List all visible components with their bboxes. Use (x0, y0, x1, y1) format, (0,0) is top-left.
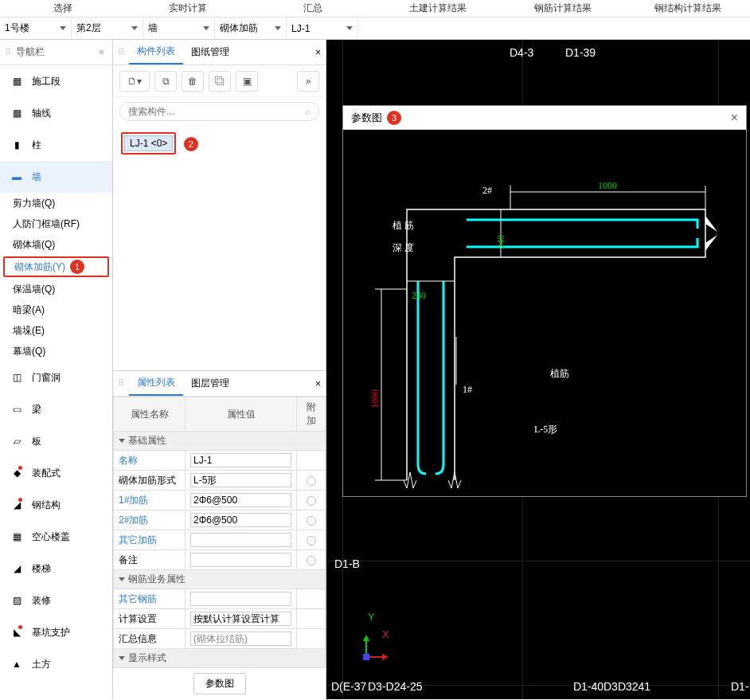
param-diagram-popup: 参数图 3 × 1000 2# 240 植 筋 深 (342, 105, 747, 497)
nav-item-1[interactable]: ▦轴线 (0, 97, 112, 129)
prop-section[interactable]: 钢筋业务属性 (114, 570, 326, 589)
filter-building[interactable]: 1号楼 (0, 18, 72, 39)
mid-panel: ⠿ 构件列表 图纸管理 × 🗋▾ ⧉ 🗑 ⿻ ▣ » ⌕ LJ-1 <0> 2 (113, 40, 326, 699)
filter-subcategory[interactable]: 砌体加筋 (215, 18, 287, 39)
nav-item-5[interactable]: ▭梁 (0, 393, 112, 425)
collapse-icon (119, 656, 125, 660)
nav-label: 梁 (32, 403, 41, 416)
prop-name[interactable]: 名称 (114, 451, 186, 471)
close-icon[interactable]: × (731, 111, 738, 125)
tab-layer-mgmt[interactable]: 图层管理 (183, 371, 237, 396)
nav-sub-label: 暗梁(A) (13, 303, 45, 317)
nav-icon: ▦ (8, 104, 25, 122)
grip-icon[interactable]: ⠿ (118, 378, 126, 389)
prop-value-input[interactable] (190, 533, 291, 547)
nav-item-13[interactable]: ▲土方 (0, 648, 112, 680)
top-tab[interactable]: 钢筋计算结果 (500, 0, 625, 17)
nav-item-6[interactable]: ▱板 (0, 425, 112, 457)
top-tab[interactable]: 选择 (0, 0, 125, 17)
radio-icon[interactable] (307, 476, 316, 486)
close-icon[interactable]: × (96, 47, 107, 58)
nav-sub-label: 人防门框墙(RF) (13, 217, 80, 231)
radio-icon[interactable] (307, 496, 316, 506)
nav-item-10[interactable]: ◢楼梯 (0, 553, 112, 585)
copy-button[interactable]: ⧉ (154, 71, 177, 92)
prop-value-input[interactable] (190, 612, 291, 626)
nav-sub-7[interactable]: 幕墙(Q) (0, 341, 112, 362)
nav-sub-3[interactable]: 砌体加筋(Y)1 (3, 256, 109, 277)
nav-icon: ◣ (8, 624, 25, 641)
delete-button[interactable]: 🗑 (182, 71, 204, 92)
tab-property-list[interactable]: 属性列表 (129, 371, 183, 396)
duplicate-button[interactable]: ⿻ (209, 71, 231, 92)
tab-drawing-mgmt[interactable]: 图纸管理 (183, 40, 237, 65)
prop-row: 其它加筋 (114, 530, 326, 550)
more-button[interactable]: » (297, 71, 319, 92)
nav-item-7[interactable]: ◆装配式 (0, 457, 112, 489)
top-tab[interactable]: 土建计算结果 (375, 0, 500, 17)
prop-name[interactable]: 其它钢筋 (114, 589, 186, 609)
grip-icon[interactable]: ⠿ (5, 47, 13, 57)
prop-name[interactable]: 其它加筋 (114, 530, 186, 550)
close-icon[interactable]: × (315, 378, 321, 389)
prop-value-input[interactable] (190, 553, 291, 567)
nav-item-12[interactable]: ◣基坑支护 (0, 616, 112, 648)
nav-item-3[interactable]: ▬墙 (0, 161, 112, 193)
component-item[interactable]: LJ-1 <0> (124, 135, 173, 151)
param-diagram-button[interactable]: 参数图 (193, 673, 246, 694)
nav-icon: ▦ (8, 528, 25, 546)
radio-icon[interactable] (307, 536, 316, 546)
prop-section[interactable]: 显示样式 (114, 649, 326, 668)
prop-value-input[interactable] (190, 453, 291, 467)
tab-component-list[interactable]: 构件列表 (129, 40, 183, 65)
prop-value-input[interactable] (190, 632, 291, 646)
nav-sub-2[interactable]: 砌体墙(Q) (0, 234, 112, 255)
prop-name[interactable]: 1#加筋 (114, 491, 186, 510)
nav-sub-0[interactable]: 剪力墙(Q) (0, 193, 112, 213)
prop-value-input[interactable] (190, 513, 291, 527)
nav-sub-5[interactable]: 暗梁(A) (0, 299, 112, 320)
search-box[interactable]: ⌕ (119, 102, 319, 121)
prop-value-input[interactable] (190, 493, 291, 507)
nav-sub-1[interactable]: 人防门框墙(RF) (0, 213, 112, 234)
nav-icon: ◢ (8, 496, 25, 514)
nav-icon: ▭ (8, 401, 25, 418)
top-tab[interactable]: 钢结构计算结果 (625, 0, 750, 17)
nav-item-11[interactable]: ▨装修 (0, 585, 112, 616)
nav-sub-6[interactable]: 墙垛(E) (0, 320, 112, 341)
filter-category[interactable]: 墙 (143, 18, 215, 39)
top-tab[interactable]: 汇总 (250, 0, 375, 17)
canvas-label: D1- (731, 680, 749, 693)
layer-button[interactable]: ▣ (236, 71, 258, 92)
filter-instance[interactable]: LJ-1 (287, 18, 358, 39)
top-tab[interactable]: 实时计算 (125, 0, 250, 17)
prop-value-input[interactable] (190, 592, 291, 606)
prop-row: 其它钢筋 (114, 589, 326, 609)
radio-icon[interactable] (307, 516, 316, 526)
prop-value-input[interactable] (190, 473, 291, 487)
prop-section[interactable]: 基础属性 (114, 432, 326, 451)
nav-item-2[interactable]: ▮柱 (0, 129, 112, 161)
collapse-icon (119, 577, 125, 581)
search-input[interactable] (128, 106, 305, 117)
nav-item-9[interactable]: ▦空心楼盖 (0, 521, 112, 553)
close-icon[interactable]: × (315, 47, 321, 58)
prop-name[interactable]: 2#加筋 (114, 510, 186, 530)
nav-icon: ▮ (8, 136, 25, 154)
nav-item-8[interactable]: ◢钢结构 (0, 489, 112, 521)
popup-diagram: 1000 2# 240 植 筋 深 度 240 1000 1# 植筋 L-5形 (343, 130, 746, 496)
new-button[interactable]: 🗋▾ (119, 71, 150, 92)
filter-floor[interactable]: 第2层 (72, 18, 143, 39)
prop-value-cell (186, 550, 297, 570)
popup-header[interactable]: 参数图 3 × (343, 106, 746, 130)
prop-extra (297, 550, 326, 570)
canvas-label: D1-39 (565, 46, 596, 59)
nav-item-4[interactable]: ◫门窗洞 (0, 362, 112, 393)
prop-extra (297, 589, 326, 609)
nav-item-0[interactable]: ▦施工段 (0, 65, 112, 97)
radio-icon[interactable] (307, 556, 316, 565)
nav-sub-4[interactable]: 保温墙(Q) (0, 279, 112, 299)
label-rebar-depth-1: 植 筋 (393, 220, 414, 231)
col-value: 属性值 (186, 397, 297, 432)
grip-icon[interactable]: ⠿ (118, 47, 126, 57)
